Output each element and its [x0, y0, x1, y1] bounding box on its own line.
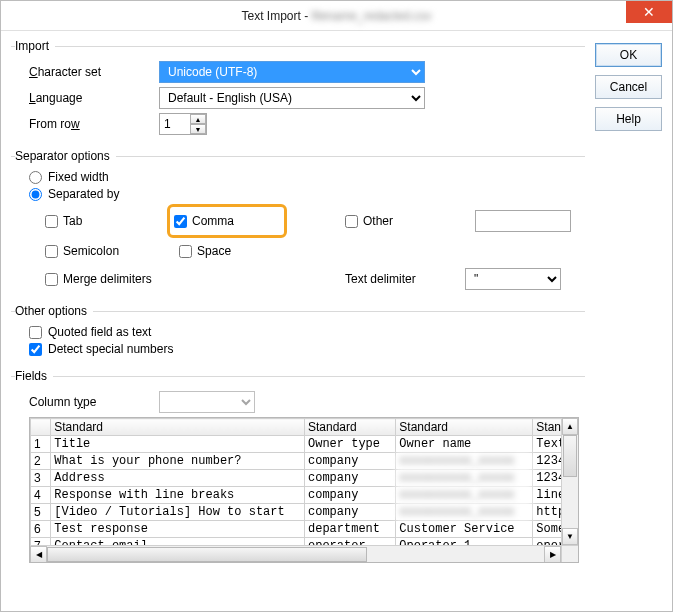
semicolon-check[interactable] [45, 245, 58, 258]
separator-group: Separator options Fixed widthFixed width… [11, 149, 585, 298]
spin-down-icon[interactable]: ▼ [190, 124, 206, 134]
cell: Address [51, 470, 305, 487]
charset-combo[interactable]: Unicode (UTF-8) [159, 61, 425, 83]
table-row[interactable]: 5[Video / Tutorials] How to startcompany… [31, 504, 578, 521]
row-number: 6 [31, 521, 51, 538]
fromrow-label: From rowFrom row [29, 117, 159, 131]
cell: [Video / Tutorials] How to start [51, 504, 305, 521]
comma-check[interactable] [174, 215, 187, 228]
text-delimiter-label: Text delimiterText delimiter [345, 272, 465, 286]
vscroll-thumb[interactable] [563, 435, 577, 477]
fixed-width-radio[interactable] [29, 171, 42, 184]
separated-by-label: Separated bySeparated by [48, 187, 119, 201]
semicolon-label: SemicolonSemicolon [63, 244, 119, 258]
row-number: 1 [31, 436, 51, 453]
cell: Owner type [304, 436, 395, 453]
scroll-down-icon[interactable]: ▼ [562, 528, 578, 545]
merge-check[interactable] [45, 273, 58, 286]
cell: company [304, 504, 395, 521]
separator-legend: Separator options [15, 149, 116, 163]
quoted-label: Quoted field as textQuoted field as text [48, 325, 151, 339]
col-header[interactable]: Standard [51, 419, 305, 436]
other-legend: Other options [15, 304, 93, 318]
space-label: SpaceSpace [197, 244, 231, 258]
table-row[interactable]: 6Test responsedepartmentCustomer Service… [31, 521, 578, 538]
other-check[interactable] [345, 215, 358, 228]
fields-group: Fields Column typeColumn type Standard S… [11, 369, 585, 567]
fields-legend: Fields [15, 369, 53, 383]
help-button[interactable]: HelpHelp [595, 107, 662, 131]
spin-up-icon[interactable]: ▲ [190, 114, 206, 124]
cell: company [304, 453, 395, 470]
separated-by-radio[interactable] [29, 188, 42, 201]
merge-label: Merge delimitersMerge delimiters [63, 272, 152, 286]
cell: Test response [51, 521, 305, 538]
cell: Customer Service [396, 521, 533, 538]
row-number: 3 [31, 470, 51, 487]
col-header[interactable]: Standard [396, 419, 533, 436]
cell: department [304, 521, 395, 538]
preview-table[interactable]: Standard Standard Standard Stan 1TitleOw… [30, 418, 578, 555]
tab-label: TabTab [63, 214, 82, 228]
language-combo[interactable]: Default - English (USA) [159, 87, 425, 109]
cell: xxxxxxxxxx_xxxxx [396, 487, 533, 504]
hscroll-thumb[interactable] [47, 547, 367, 562]
detect-label: Detect special numbersDetect special num… [48, 342, 173, 356]
detect-check[interactable] [29, 343, 42, 356]
column-type-combo[interactable] [159, 391, 255, 413]
cancel-button[interactable]: Cancel [595, 75, 662, 99]
other-input[interactable] [475, 210, 571, 232]
corner-header [31, 419, 51, 436]
cell: xxxxxxxxxx_xxxxx [396, 453, 533, 470]
scroll-up-icon[interactable]: ▲ [562, 418, 578, 435]
col-header[interactable]: Standard [304, 419, 395, 436]
preview-table-wrap: Standard Standard Standard Stan 1TitleOw… [29, 417, 579, 563]
other-group: Other options Quoted field as textQuoted… [11, 304, 585, 363]
text-delimiter-combo[interactable]: " [465, 268, 561, 290]
import-legend: Import [15, 39, 55, 53]
quoted-check[interactable] [29, 326, 42, 339]
scroll-corner [561, 546, 578, 563]
comma-label: CommaComma [192, 214, 234, 228]
comma-highlight: CommaComma [167, 204, 287, 238]
table-row[interactable]: 3Addresscompanyxxxxxxxxxx_xxxxx1234 [31, 470, 578, 487]
language-label: LanguageLanguage [29, 91, 159, 105]
table-row[interactable]: 4Response with line breakscompanyxxxxxxx… [31, 487, 578, 504]
close-button[interactable]: ✕ [626, 1, 672, 23]
import-group: Import CCharacter setharacter set Unicod… [11, 39, 585, 143]
table-row[interactable]: 1TitleOwner typeOwner nameText [31, 436, 578, 453]
cell: What is your phone number? [51, 453, 305, 470]
row-number: 2 [31, 453, 51, 470]
fixed-width-label: Fixed widthFixed width [48, 170, 109, 184]
tab-check[interactable] [45, 215, 58, 228]
cell: Title [51, 436, 305, 453]
scroll-right-icon[interactable]: ▶ [544, 546, 561, 563]
ok-button[interactable]: OK [595, 43, 662, 67]
cell: company [304, 470, 395, 487]
table-row[interactable]: 2What is your phone number?companyxxxxxx… [31, 453, 578, 470]
cell: Response with line breaks [51, 487, 305, 504]
horizontal-scrollbar[interactable]: ◀ ▶ [30, 545, 578, 562]
window-title: Text Import - filename_redacted.csv [1, 9, 672, 23]
scroll-left-icon[interactable]: ◀ [30, 546, 47, 563]
cell: xxxxxxxxxx_xxxxx [396, 470, 533, 487]
cell: Owner name [396, 436, 533, 453]
cell: company [304, 487, 395, 504]
column-type-label: Column typeColumn type [29, 395, 159, 409]
other-label: OtherOther [363, 214, 393, 228]
close-icon: ✕ [643, 4, 655, 20]
charset-label: CCharacter setharacter set [29, 65, 159, 79]
row-number: 5 [31, 504, 51, 521]
cell: xxxxxxxxxx_xxxxx [396, 504, 533, 521]
space-check[interactable] [179, 245, 192, 258]
titlebar: Text Import - filename_redacted.csv ✕ [1, 1, 672, 31]
row-number: 4 [31, 487, 51, 504]
vertical-scrollbar[interactable]: ▲ ▼ [561, 418, 578, 545]
